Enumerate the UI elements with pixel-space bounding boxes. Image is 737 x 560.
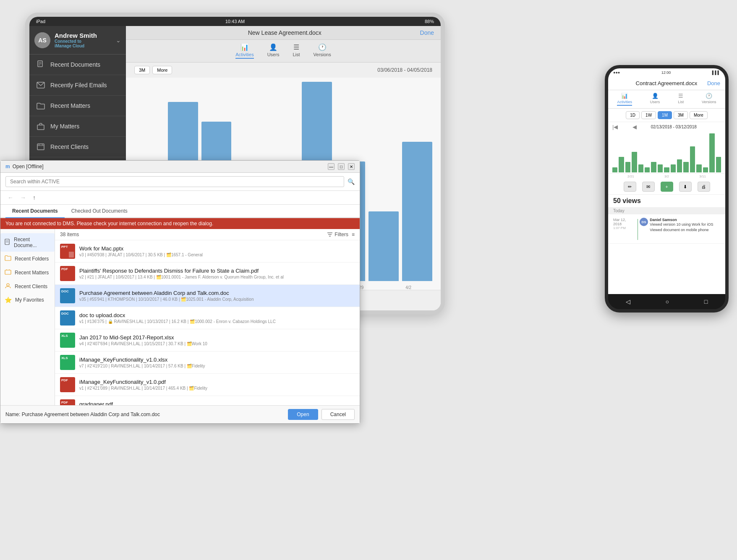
phone-email-btn[interactable]: ✉: [642, 182, 655, 192]
maximize-button[interactable]: □: [338, 163, 345, 170]
file-row[interactable]: XLS Jan 2017 to Mid-Sept 2017-Report.xls…: [55, 329, 360, 352]
minimize-button[interactable]: —: [328, 163, 335, 170]
phone-chart: [608, 132, 725, 174]
file-row[interactable]: PDF gradpaper.pdf v1 | #2'417'826 | RAVI…: [55, 396, 360, 405]
tablet-date-range: 03/06/2018 - 04/05/2018: [377, 67, 432, 73]
file-row[interactable]: PDF iManage_KeyFunctionality_v1.0.pdf v1…: [55, 374, 360, 396]
sidebar-item-recent-documents[interactable]: Recent Documents: [29, 55, 126, 75]
phone-views-count: 50 views: [608, 195, 725, 207]
phone-chart-bar: [632, 152, 637, 172]
phone-chart-prev[interactable]: |◀: [612, 124, 618, 130]
phone-tab-list[interactable]: ☰ List: [678, 93, 684, 106]
sidebar-recent-documents[interactable]: Recent Docume...: [0, 233, 55, 252]
svg-rect-22: [69, 252, 74, 258]
nav-up-button[interactable]: ↑: [31, 193, 38, 202]
tab-checked-out-documents[interactable]: Checked Out Documents: [65, 205, 134, 218]
tablet-tab-versions[interactable]: 🕐 Versions: [314, 43, 331, 59]
phone-range-more[interactable]: More: [690, 111, 708, 119]
sidebar-my-favorites[interactable]: ⭐ My Favorites: [0, 293, 55, 307]
range-3m-btn[interactable]: 3M: [134, 66, 150, 74]
file-name: Work for Mac.pptx: [79, 245, 355, 252]
phone-range-1d[interactable]: 1D: [626, 111, 640, 119]
filter-button[interactable]: Filters: [327, 232, 348, 237]
activity-line: [638, 219, 638, 240]
recent-matters-sidebar-label: Recent Matters: [15, 270, 49, 276]
phone-recent-btn[interactable]: □: [704, 298, 708, 305]
phone-chart-labels: 2/21 3/2 3/11: [608, 174, 725, 179]
phone-tab-activities[interactable]: 📊 Activities: [617, 93, 632, 106]
phone-range-1w[interactable]: 1W: [641, 111, 656, 119]
matters-sidebar-icon: [5, 269, 11, 276]
sidebar-item-recent-clients[interactable]: Recent Clients: [29, 137, 126, 157]
phone-chart-back[interactable]: ◀: [632, 124, 637, 130]
file-list-header: 38 items Filters ≡: [55, 229, 360, 240]
phone-chart-bar: [683, 162, 688, 172]
file-meta: v7 | #2'419'210 | RAVINESH.LAL | 10/14/2…: [79, 364, 355, 368]
file-row[interactable]: DOC doc to upload.docx v1 | #136'375 | 🔒…: [55, 307, 360, 329]
phone-tab-versions[interactable]: 🕐 Versions: [702, 93, 716, 106]
phone-chart-bar: [716, 157, 721, 172]
phone-range-1m[interactable]: 1M: [658, 111, 672, 119]
sidebar-item-label: Recent Documents: [50, 61, 100, 68]
phone-print-btn[interactable]: 🖨: [698, 182, 710, 192]
svg-rect-7: [37, 125, 44, 130]
file-row[interactable]: DOC Purchase Agreement between Aladdin C…: [55, 285, 360, 307]
phone-back-btn[interactable]: ◁: [626, 298, 630, 305]
sidebar-recent-clients[interactable]: Recent Clients: [0, 279, 55, 293]
tablet-tab-activities[interactable]: 📊 Activities: [235, 43, 254, 59]
activities-tab-icon: 📊: [240, 43, 249, 51]
file-info: iManage_KeyFunctionality_v1.0.pdf v1 | #…: [79, 379, 355, 391]
phone-time: 12:00: [661, 70, 671, 75]
svg-rect-15: [5, 270, 11, 274]
svg-point-18: [7, 284, 9, 286]
recent-folders-sidebar-label: Recent Folders: [15, 256, 49, 262]
file-meta: v2 | #21 | JFALAT | 10/6/2017 | 13.4 KB …: [79, 275, 355, 279]
file-info: doc to upload.docx v1 | #136'375 | 🔒 RAV…: [79, 312, 355, 324]
open-button[interactable]: Open: [288, 409, 318, 420]
tab-recent-documents[interactable]: Recent Documents: [5, 205, 65, 218]
phone-chart-bar: [658, 164, 663, 172]
nav-forward-button[interactable]: →: [18, 193, 28, 202]
search-input[interactable]: [5, 176, 344, 187]
phone-tab-users[interactable]: 👤 Users: [650, 93, 660, 106]
view-toggle-icon[interactable]: ≡: [352, 232, 355, 237]
phone-add-btn[interactable]: +: [661, 182, 673, 192]
range-more-btn[interactable]: More: [152, 66, 172, 74]
sidebar-recent-matters[interactable]: Recent Matters: [0, 266, 55, 279]
phone-home-btn[interactable]: ○: [666, 298, 669, 305]
sidebar-avatar: AS: [34, 32, 50, 48]
sidebar-item-recently-filed-emails[interactable]: Recently Filed Emails: [29, 75, 126, 96]
sidebar-recent-folders[interactable]: Recent Folders: [0, 252, 55, 266]
dialog-window-controls: — □ ✕: [328, 163, 355, 170]
users-tab-icon: 👤: [269, 43, 277, 51]
phone-download-btn[interactable]: ⬇: [679, 182, 692, 192]
phone-content: Contract Agreement.docx Done 📊 Activitie…: [608, 77, 725, 294]
activity-avatar: DS: [640, 218, 648, 226]
activities-icon: 📊: [621, 93, 628, 99]
sidebar-chevron-icon: ⌄: [116, 37, 121, 44]
file-type-icon: PDF: [60, 399, 75, 405]
file-type-icon: PPT: [60, 244, 75, 259]
phone-range-3m[interactable]: 3M: [674, 111, 688, 119]
file-row[interactable]: PPT Work for Mac.pptx v3 | #450'938 | JF…: [55, 240, 360, 263]
phone-edit-btn[interactable]: ✏: [624, 182, 636, 192]
phone-chart-bar: [612, 167, 617, 172]
tablet-tab-users[interactable]: 👤 Users: [267, 43, 280, 59]
phone-action-bar: ✏ ✉ + ⬇ 🖨: [608, 179, 725, 195]
sidebar-item-label: Recent Clients: [50, 143, 89, 150]
sidebar-item-my-matters[interactable]: My Matters: [29, 116, 126, 137]
tablet-tab-list[interactable]: ☰ List: [293, 43, 300, 59]
cancel-button[interactable]: Cancel: [321, 409, 355, 420]
nav-back-button[interactable]: ←: [5, 193, 16, 202]
phone-device: ●●● 12:00 ▌▌▌ Contract Agreement.docx Do…: [605, 65, 729, 313]
file-row[interactable]: XLS iManage_KeyFunctionality_v1.0.xlsx v…: [55, 352, 360, 374]
users-icon: 👤: [652, 93, 659, 99]
close-button[interactable]: ✕: [348, 163, 355, 170]
activity-user-name: Daniel Samson: [650, 218, 720, 222]
phone-done-button[interactable]: Done: [707, 80, 720, 86]
file-row[interactable]: PDF Plaintiffs' Response to Defendants D…: [55, 263, 360, 285]
search-icon[interactable]: 🔍: [348, 178, 355, 185]
sidebar-item-recent-matters[interactable]: Recent Matters: [29, 96, 126, 116]
tablet-doc-tabs: 📊 Activities 👤 Users ☰ List 🕐 Versions: [126, 40, 441, 63]
tablet-done-button[interactable]: Done: [420, 29, 434, 36]
